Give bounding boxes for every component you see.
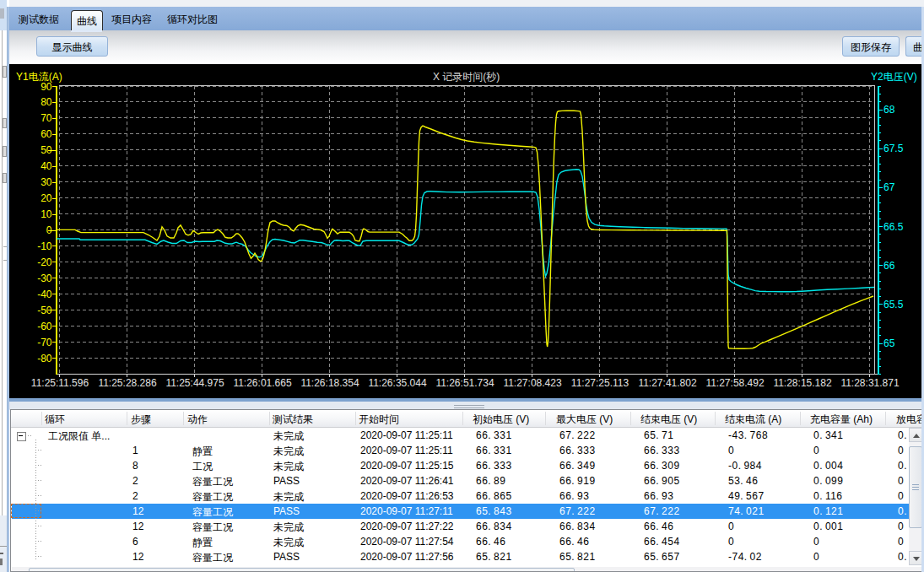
svg-text:40: 40 bbox=[41, 160, 52, 172]
svg-text:11:25:44.975: 11:25:44.975 bbox=[165, 377, 224, 389]
svg-text:11:27:41.802: 11:27:41.802 bbox=[638, 377, 697, 389]
svg-text:-60: -60 bbox=[37, 321, 52, 332]
svg-text:-70: -70 bbox=[37, 337, 52, 348]
svg-text:90: 90 bbox=[41, 81, 52, 93]
svg-text:60: 60 bbox=[41, 128, 52, 140]
svg-text:20: 20 bbox=[41, 192, 52, 204]
svg-text:67.5: 67.5 bbox=[883, 143, 904, 154]
svg-text:66.5: 66.5 bbox=[883, 221, 904, 233]
svg-text:11:28:31.871: 11:28:31.871 bbox=[840, 377, 900, 389]
svg-text:Y1电流(A): Y1电流(A) bbox=[16, 71, 62, 83]
svg-text:-40: -40 bbox=[37, 289, 52, 300]
svg-text:X 记录时间(秒): X 记录时间(秒) bbox=[433, 71, 500, 83]
svg-text:65.5: 65.5 bbox=[883, 299, 904, 310]
svg-text:-20: -20 bbox=[37, 256, 52, 268]
svg-text:-30: -30 bbox=[37, 273, 52, 284]
svg-text:-10: -10 bbox=[37, 240, 52, 252]
svg-text:-50: -50 bbox=[37, 305, 52, 316]
svg-text:10: 10 bbox=[41, 208, 52, 220]
svg-text:-80: -80 bbox=[37, 353, 52, 364]
svg-text:80: 80 bbox=[41, 96, 52, 108]
svg-text:0: 0 bbox=[46, 224, 52, 236]
svg-text:50: 50 bbox=[41, 144, 52, 156]
svg-text:65: 65 bbox=[883, 337, 895, 349]
svg-text:11:26:01.665: 11:26:01.665 bbox=[233, 377, 292, 389]
svg-text:11:26:18.354: 11:26:18.354 bbox=[300, 377, 359, 389]
svg-text:11:26:51.734: 11:26:51.734 bbox=[435, 377, 494, 389]
svg-text:11:27:58.492: 11:27:58.492 bbox=[705, 377, 765, 389]
svg-text:70: 70 bbox=[41, 112, 52, 124]
svg-text:67: 67 bbox=[883, 181, 895, 193]
svg-text:11:25:28.286: 11:25:28.286 bbox=[98, 377, 157, 389]
svg-text:11:26:35.044: 11:26:35.044 bbox=[368, 377, 427, 389]
svg-text:Y2电压(V): Y2电压(V) bbox=[871, 71, 917, 83]
svg-text:68: 68 bbox=[883, 104, 895, 116]
svg-text:11:25:11.596: 11:25:11.596 bbox=[31, 377, 89, 389]
svg-text:66: 66 bbox=[883, 260, 895, 272]
svg-text:11:28:15.182: 11:28:15.182 bbox=[773, 377, 832, 389]
svg-text:11:27:25.113: 11:27:25.113 bbox=[571, 377, 630, 389]
svg-text:11:27:08.423: 11:27:08.423 bbox=[503, 377, 562, 389]
svg-text:30: 30 bbox=[41, 176, 52, 188]
